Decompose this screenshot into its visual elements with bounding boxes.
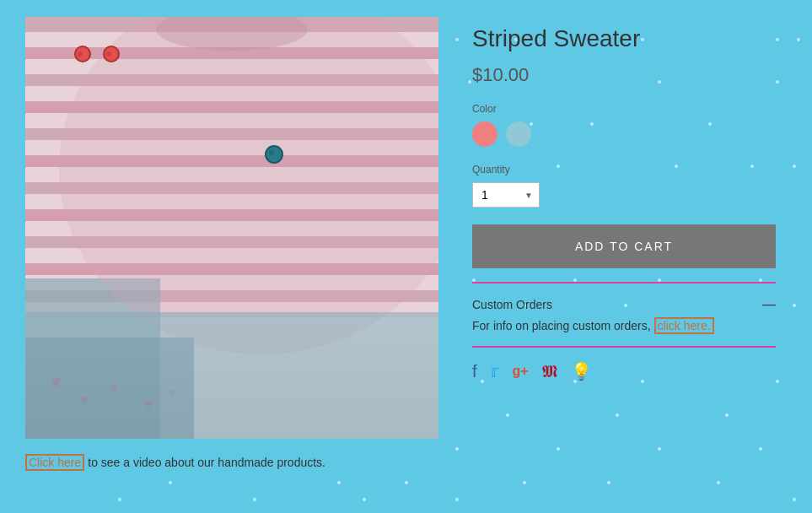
- color-label: Color: [472, 103, 795, 115]
- svg-point-35: [266, 146, 282, 163]
- custom-orders-dash: —: [762, 297, 776, 312]
- product-price: $10.00: [472, 64, 795, 86]
- custom-orders-header: Custom Orders —: [472, 297, 776, 312]
- product-image: ♥ ♥ ♥ ♥ ♥: [25, 17, 438, 439]
- social-icons: f 𝕣 g+ 𝕸 💡: [472, 361, 795, 381]
- svg-text:♥: ♥: [110, 381, 118, 395]
- svg-text:♥: ♥: [51, 371, 62, 392]
- quantity-wrapper: 1 2 3 4 5 ▼: [472, 182, 540, 208]
- divider-top: [472, 282, 776, 284]
- divider-bottom: [472, 346, 776, 348]
- pinterest-icon[interactable]: 𝕸: [542, 362, 557, 381]
- color-options: [472, 122, 795, 147]
- quantity-select[interactable]: 1 2 3 4 5: [472, 182, 540, 208]
- svg-point-32: [78, 51, 83, 57]
- svg-point-34: [106, 51, 111, 57]
- svg-rect-24: [25, 338, 194, 439]
- click-here-bottom: Click here to see a video about our hand…: [25, 454, 438, 471]
- product-details: Striped Sweater $10.00 Color Quantity 1 …: [472, 17, 795, 381]
- twitter-icon[interactable]: 𝕣: [491, 361, 499, 381]
- quantity-label: Quantity: [472, 164, 795, 176]
- svg-text:♥: ♥: [80, 392, 89, 408]
- custom-orders-prefix: For info on placing custom orders,: [472, 319, 651, 332]
- svg-point-36: [269, 150, 274, 155]
- svg-text:♥: ♥: [143, 394, 153, 413]
- add-to-cart-button[interactable]: ADD TO CART: [472, 224, 776, 268]
- custom-orders-link[interactable]: click here.: [654, 317, 714, 334]
- facebook-icon[interactable]: f: [472, 362, 477, 381]
- color-swatch-pink[interactable]: [472, 122, 497, 147]
- idea-icon[interactable]: 💡: [571, 361, 592, 381]
- product-image-wrapper: ♥ ♥ ♥ ♥ ♥ Click here to: [25, 17, 438, 471]
- custom-orders-title: Custom Orders: [472, 298, 552, 311]
- product-title: Striped Sweater: [472, 25, 795, 52]
- click-here-suffix: to see a video about our handmade produc…: [88, 456, 325, 469]
- svg-text:♥: ♥: [169, 386, 175, 399]
- color-swatch-blue[interactable]: [506, 122, 531, 147]
- google-plus-icon[interactable]: g+: [513, 364, 529, 379]
- custom-orders-text: For info on placing custom orders, click…: [472, 319, 776, 332]
- main-layout: ♥ ♥ ♥ ♥ ♥ Click here to: [0, 0, 812, 488]
- click-here-link[interactable]: Click here: [25, 454, 84, 471]
